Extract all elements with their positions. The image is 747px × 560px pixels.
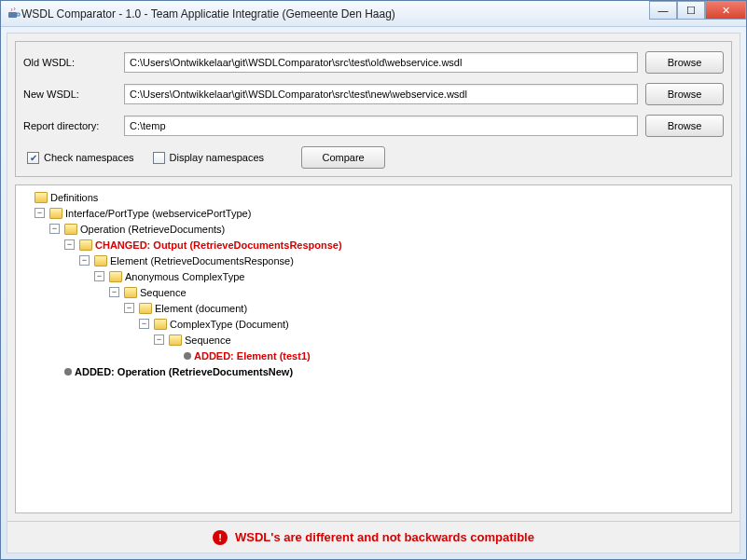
tree-node-element-document[interactable]: − Element (document) — [124, 300, 727, 316]
client-area: Old WSDL: Browse New WSDL: Browse Report… — [7, 33, 740, 553]
folder-icon — [79, 239, 92, 251]
status-text: WSDL's are different and not backwards c… — [235, 530, 534, 544]
report-dir-label: Report directory: — [23, 120, 117, 131]
tree-label: Sequence — [140, 287, 187, 298]
tree-label: ADDED: Element (test1) — [194, 350, 311, 362]
java-icon — [7, 7, 21, 21]
report-dir-input[interactable] — [124, 116, 638, 136]
browse-new-button[interactable]: Browse — [645, 83, 724, 105]
error-icon: ! — [213, 530, 228, 545]
titlebar: WSDL Comparator - 1.0 - Team Applicatie … — [1, 1, 746, 27]
expander-blank — [49, 366, 60, 376]
expander-icon[interactable]: − — [64, 239, 75, 250]
check-namespaces-box[interactable]: ✔ — [27, 152, 39, 164]
tree-node-sequence[interactable]: − Sequence — [109, 284, 727, 300]
row-new-wsdl: New WSDL: Browse — [23, 83, 724, 105]
folder-icon — [169, 335, 182, 346]
status-bar: ! WSDL's are different and not backwards… — [7, 521, 740, 553]
folder-icon — [94, 255, 107, 266]
maximize-button[interactable]: ☐ — [677, 1, 705, 20]
tree-node-changed-output[interactable]: − CHANGED: Output (RetrieveDocumentsResp… — [64, 237, 727, 253]
browse-report-button[interactable]: Browse — [645, 115, 724, 137]
bullet-icon — [64, 368, 72, 376]
expander-blank — [169, 350, 179, 361]
folder-icon — [139, 303, 152, 314]
expander-icon[interactable]: − — [154, 335, 164, 345]
display-namespaces-box[interactable] — [153, 152, 165, 164]
row-report-dir: Report directory: Browse — [23, 115, 724, 137]
browse-old-button[interactable]: Browse — [645, 51, 724, 74]
tree-label: Element (RetrieveDocumentsResponse) — [110, 255, 294, 266]
row-old-wsdl: Old WSDL: Browse — [23, 51, 724, 74]
checks-row: ✔ Check namespaces Display namespaces Co… — [23, 146, 724, 169]
app-window: WSDL Comparator - 1.0 - Team Applicatie … — [0, 0, 747, 560]
window-buttons: — ☐ ✕ — [649, 1, 746, 26]
tree-node-sequence2[interactable]: − Sequence — [154, 332, 727, 348]
expander-icon[interactable]: − — [35, 208, 45, 218]
svg-rect-0 — [8, 12, 17, 18]
tree-label: Operation (RetrieveDocuments) — [80, 224, 225, 235]
tree-node-interface[interactable]: − Interface/PortType (webservicePortType… — [35, 205, 727, 221]
folder-icon — [124, 287, 137, 298]
tree-label: Anonymous ComplexType — [125, 271, 244, 282]
new-wsdl-input[interactable] — [124, 84, 638, 104]
tree-label: ComplexType (Document) — [170, 319, 289, 330]
tree-node-added-operation[interactable]: ADDED: Operation (RetrieveDocumentsNew) — [49, 363, 727, 379]
expander-icon[interactable]: − — [94, 271, 104, 281]
tree-label: ADDED: Operation (RetrieveDocumentsNew) — [75, 366, 293, 377]
tree-label: Sequence — [185, 335, 231, 346]
expander-icon[interactable]: − — [124, 303, 134, 313]
folder-icon — [49, 208, 62, 219]
expander-icon[interactable]: − — [79, 255, 90, 266]
folder-icon — [154, 319, 167, 330]
expander-icon[interactable]: − — [49, 224, 60, 234]
tree-node-complextype-document[interactable]: − ComplexType (Document) — [139, 316, 727, 332]
expander-icon[interactable]: − — [139, 319, 149, 329]
tree-node-anon-complex[interactable]: − Anonymous ComplexType — [94, 268, 727, 284]
tree-panel[interactable]: Definitions − Interface/PortType (webser… — [15, 184, 732, 513]
old-wsdl-label: Old WSDL: — [23, 57, 117, 68]
tree-label: Definitions — [50, 192, 98, 203]
old-wsdl-input[interactable] — [124, 52, 638, 73]
tree-node-added-element[interactable]: ADDED: Element (test1) — [169, 348, 727, 363]
folder-icon — [64, 224, 77, 235]
window-title: WSDL Comparator - 1.0 - Team Applicatie … — [21, 7, 649, 20]
tree: Definitions − Interface/PortType (webser… — [20, 189, 727, 379]
tree-node-operation[interactable]: − Operation (RetrieveDocuments) — [49, 221, 727, 237]
tree-label: CHANGED: Output (RetrieveDocumentsRespon… — [95, 239, 342, 251]
display-namespaces[interactable]: Display namespaces — [153, 152, 265, 164]
tree-label: Element (document) — [155, 303, 247, 314]
svg-rect-1 — [17, 13, 20, 16]
bullet-icon — [184, 352, 191, 360]
tree-node-element-response[interactable]: − Element (RetrieveDocumentsResponse) — [79, 253, 727, 268]
tree-label: Interface/PortType (webservicePortType) — [65, 208, 251, 219]
tree-root[interactable]: Definitions — [20, 189, 727, 205]
folder-icon — [35, 192, 48, 203]
check-namespaces[interactable]: ✔ Check namespaces — [27, 152, 134, 164]
minimize-button[interactable]: — — [649, 1, 677, 20]
display-namespaces-label: Display namespaces — [170, 152, 265, 163]
close-button[interactable]: ✕ — [705, 1, 746, 20]
expander-icon[interactable]: − — [109, 287, 119, 297]
new-wsdl-label: New WSDL: — [23, 89, 117, 100]
folder-icon — [109, 271, 122, 282]
check-namespaces-label: Check namespaces — [44, 152, 134, 163]
form-panel: Old WSDL: Browse New WSDL: Browse Report… — [15, 41, 732, 177]
expander-blank — [20, 192, 30, 202]
compare-button[interactable]: Compare — [301, 146, 385, 169]
